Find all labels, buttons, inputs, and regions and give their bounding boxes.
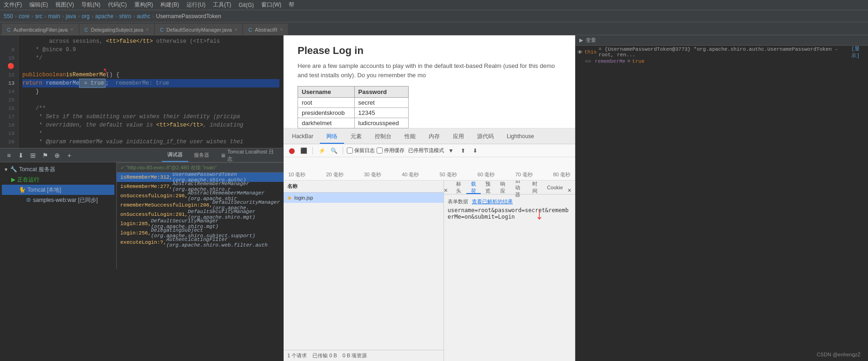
menu-item-b[interactable]: 构建(B) <box>160 1 179 9</box>
thread-label: ✓ "http-nio-80-exec-8"@2,480 在组 "main" <box>120 164 217 171</box>
req-detail-tabs: × 标头载荷预览响应启动器时间Cookie× <box>444 180 575 194</box>
account-row: presidentskroob12345 <box>298 108 409 118</box>
devtools-tab-网络[interactable]: 网络 <box>320 130 344 144</box>
timeline-label: 40 毫秒 <box>402 171 419 178</box>
file-tab-authenticatingfilter-java[interactable]: CAuthenticatingFilter.java× <box>2 24 79 35</box>
account-password: ludicrousspeed <box>354 118 408 128</box>
export-button[interactable]: ⬇ <box>470 146 480 156</box>
breadcrumb-item-apache[interactable]: apache <box>95 13 113 20</box>
debug-icon-plus-circle[interactable]: ⊕ <box>52 150 62 160</box>
menu-item-f[interactable]: 文件(F) <box>4 1 22 9</box>
show-link[interactable]: [显示] <box>851 46 866 59</box>
req-detail-tab-启动器[interactable]: 启动器 <box>510 182 528 194</box>
parsed-link[interactable]: 查看已解析的结果 <box>472 198 513 205</box>
tree-item-running[interactable]: ▶ 正在运行 <box>2 174 114 185</box>
file-tab-delegatingsubject-java[interactable]: CDelegatingSubject.java× <box>80 24 154 35</box>
menu-item-u[interactable]: 运行(U) <box>186 1 205 9</box>
stack-frame-item[interactable]: executeLogin:?, AuthenticatingFilter (or… <box>117 238 284 247</box>
code-line-12: * @param rememberMe value inidicating_if… <box>22 138 279 146</box>
tomcat-tab-label: Tomcat Localhost 日志 <box>227 149 274 162</box>
stack-frame-item[interactable]: rememberMeSuccessfulLogin:206, DefaultSe… <box>117 201 284 210</box>
eye-icon: 👁 <box>577 49 583 55</box>
menu-item-v[interactable]: 视图(V) <box>55 1 74 9</box>
debug-stack-list[interactable]: isRememberMe:312, UsernamePasswordToken … <box>117 173 284 269</box>
req-detail-tab-响应[interactable]: 响应 <box>496 182 510 194</box>
debug-icon-flag[interactable]: ⚑ <box>40 150 50 160</box>
devtools-tab-控制台[interactable]: 控制台 <box>368 130 398 144</box>
tree-item-war[interactable]: ⚙ samples-web:war [已同步] <box>2 195 114 205</box>
debug-tab-tomcat[interactable]: 🖥 Tomcat Localhost 日志 <box>215 149 280 162</box>
filter-button[interactable]: ⚡ <box>317 146 327 156</box>
request-list-item-login[interactable]: ◈ login.jsp <box>284 193 444 203</box>
line-numbers: 910🔴121314151617181920 <box>0 35 19 148</box>
menu-item-t[interactable]: 工具(T) <box>213 1 231 9</box>
close-button[interactable]: × <box>444 187 451 194</box>
req-detail-tab-标头[interactable]: 标头 <box>451 182 466 194</box>
stack-frame-item[interactable]: isRememberMe:312, UsernamePasswordToken … <box>117 173 284 182</box>
close-button[interactable]: × <box>568 187 575 194</box>
frame-class: AuthenticatingFilter (org.apache.shiro.w… <box>166 237 280 248</box>
breadcrumb-item-org[interactable]: org <box>81 13 89 20</box>
tree-item-server[interactable]: ▼ 🔧 Tomcat 服务器 <box>2 164 114 174</box>
file-tabs: CAuthenticatingFilter.java×CDelegatingSu… <box>0 22 868 35</box>
record-button[interactable]: ⬤ <box>286 146 297 156</box>
devtools-tab-性能[interactable]: 性能 <box>398 130 422 144</box>
breadcrumb-item-550[interactable]: 550 <box>4 13 13 20</box>
import-button[interactable]: ⬆ <box>458 146 468 156</box>
stack-frame-item[interactable]: login:256, DelegatingSubject (org.apache… <box>117 228 284 238</box>
breadcrumb-sep: › <box>44 13 46 20</box>
accounts-table: Username Password rootsecretpresidentskr… <box>298 86 409 128</box>
menu-item-gitg[interactable]: Git(G) <box>239 2 254 8</box>
req-detail-tab-预览[interactable]: 预览 <box>481 182 496 194</box>
request-transferred: 已传输 0 B <box>312 352 337 359</box>
tree-item-tomcat[interactable]: 🐈 Tomcat [本地] <box>2 185 114 195</box>
debug-icon-arrow-down[interactable]: ⬇ <box>16 150 26 160</box>
code-editor: 910🔴121314151617181920 across sessions, … <box>0 35 283 148</box>
debug-tab-debugger[interactable]: 调试器 <box>162 149 188 162</box>
debug-icon-list[interactable]: ≡ <box>4 150 14 160</box>
menu-item-[interactable]: 帮 <box>289 1 294 9</box>
breadcrumb-item-main[interactable]: main <box>48 13 60 20</box>
stack-frame-item[interactable]: onSuccessfulLogin:291, DefaultSecurityMa… <box>117 210 284 219</box>
devtools-tab-元素[interactable]: 元素 <box>344 130 368 144</box>
req-detail-tab-cookie[interactable]: Cookie <box>543 182 568 194</box>
devtools-tab-hackbar[interactable]: HackBar <box>285 130 320 144</box>
menu-item-r[interactable]: 重构(R) <box>134 1 153 9</box>
menu-item-n[interactable]: 导航(N) <box>81 1 100 9</box>
disable-cache-input[interactable] <box>377 147 383 154</box>
devtools-tab-应用[interactable]: 应用 <box>446 130 470 144</box>
debug-icon-plus[interactable]: + <box>64 150 74 160</box>
breadcrumb-item-core[interactable]: core <box>19 13 29 20</box>
menu-item-e[interactable]: 编辑(E) <box>29 1 48 9</box>
search-button[interactable]: 🔍 <box>329 146 339 156</box>
menu-item-w[interactable]: 窗口(W) <box>261 1 281 9</box>
timeline-label: 80 毫秒 <box>553 171 570 178</box>
stop-button[interactable]: ⬛ <box>298 146 309 156</box>
stack-frame-item[interactable]: onSuccessfulLogin:296, AbstractRememberM… <box>117 191 284 201</box>
code-content[interactable]: across sessions, <tt>false</tt> otherwis… <box>19 35 283 148</box>
debug-panel: ≡ ⬇ ⊞ ⚑ ⊕ + 调试器 服务器 🖥 Tomcat Localhost 日… <box>0 148 284 269</box>
file-tab-defaultsecuritymanager-java[interactable]: CDefaultSecurityManager.java× <box>155 24 242 35</box>
stack-frame-item[interactable]: login:285, DefaultSecurityManager (org.a… <box>117 219 284 228</box>
frame-method: onSuccessfulLogin:291, <box>120 212 188 217</box>
breadcrumb-item-shiro[interactable]: shiro <box>119 13 131 20</box>
account-row: darkhelmetludicrousspeed <box>298 118 409 128</box>
preserve-log-checkbox[interactable]: 保留日志 <box>347 147 375 154</box>
stack-frame-item[interactable]: isRememberMe:277, AbstractRememberMeMana… <box>117 182 284 191</box>
devtools-tab-lighthouse[interactable]: Lighthouse <box>500 130 541 144</box>
req-detail-tab-载荷[interactable]: 载荷 <box>466 182 481 194</box>
preserve-log-input[interactable] <box>347 147 353 154</box>
devtools-tab-源代码[interactable]: 源代码 <box>470 130 500 144</box>
file-tab-abstractr[interactable]: CAbstractR× <box>243 24 288 35</box>
breadcrumb-item-java[interactable]: java <box>66 13 76 20</box>
menu-item-c[interactable]: 代码(C) <box>108 1 127 9</box>
expand-triangle[interactable]: ▶ <box>579 37 583 43</box>
debug-tab-server[interactable]: 服务器 <box>188 149 215 162</box>
breadcrumb-item-authc[interactable]: authc <box>137 13 150 20</box>
devtools-tab-内存[interactable]: 内存 <box>422 130 446 144</box>
req-detail-tab-时间[interactable]: 时间 <box>528 182 543 194</box>
disable-cache-checkbox[interactable]: 停用缓存 <box>377 147 404 154</box>
throttle-dropdown[interactable]: ▼ <box>446 146 456 156</box>
breadcrumb-item-src[interactable]: src <box>35 13 42 20</box>
debug-icon-grid[interactable]: ⊞ <box>28 150 38 160</box>
